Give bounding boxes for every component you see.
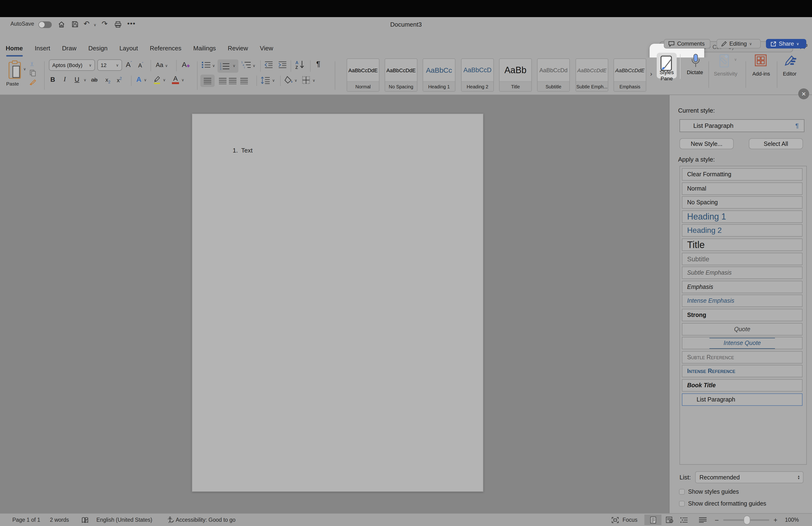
highlight-dropdown-icon[interactable]: ∨ [163, 78, 166, 82]
document-text[interactable]: Text [241, 147, 252, 154]
style-card-subtle-emphasis[interactable]: AaBbCcDdESubtle Emph... [576, 58, 608, 92]
tab-layout[interactable]: Layout [119, 45, 138, 52]
style-item-subtle-reference[interactable]: Subtle Reference [682, 351, 802, 364]
page-indicator[interactable]: Page 1 of 1 [12, 514, 40, 526]
language-indicator[interactable]: English (United States) [97, 514, 152, 526]
focus-label[interactable]: Focus [623, 514, 638, 526]
borders-dropdown-icon[interactable]: ∨ [313, 79, 315, 83]
print-layout-view-button[interactable] [644, 515, 662, 525]
multilevel-list-icon[interactable]: 1ai [241, 60, 251, 69]
stepper-icon[interactable]: ▲▼ [797, 475, 803, 480]
style-card-heading2[interactable]: AaBbCcDHeading 2 [461, 58, 494, 92]
tab-home[interactable]: Home [6, 45, 23, 52]
tab-insert[interactable]: Insert [35, 45, 50, 52]
underline-dropdown-icon[interactable]: ∨ [84, 78, 86, 82]
gallery-expand-icon[interactable]: › [650, 70, 652, 77]
bullets-icon[interactable] [202, 61, 211, 68]
tab-design[interactable]: Design [88, 45, 107, 52]
format-painter-icon[interactable] [29, 79, 37, 86]
proofing-icon[interactable] [82, 514, 88, 526]
borders-icon[interactable] [302, 76, 310, 84]
paste-dropdown-icon[interactable]: ∨ [23, 67, 26, 71]
show-direct-formatting-checkbox[interactable] [679, 501, 685, 507]
word-count[interactable]: 2 words [50, 514, 69, 526]
italic-button[interactable]: I [64, 75, 66, 83]
style-item-subtle-emphasis[interactable]: Subtle Emphasis [682, 267, 802, 279]
document-page[interactable]: 1. Text [192, 114, 483, 492]
style-card-no-spacing[interactable]: AaBbCcDdENo Spacing [385, 58, 417, 92]
shading-dropdown-icon[interactable]: ∨ [294, 79, 297, 83]
style-item-heading2[interactable]: Heading 2 [682, 224, 802, 237]
zoom-level[interactable]: 100% [785, 514, 799, 526]
accessibility-status[interactable]: Accessibility: Good to go [176, 514, 235, 526]
bullets-dropdown-icon[interactable]: ∨ [212, 64, 215, 68]
numbering-button-active[interactable]: 123 ∨ [217, 59, 238, 73]
zoom-in-icon[interactable]: + [773, 514, 777, 526]
style-item-intense-quote[interactable]: Intense Quote [682, 337, 802, 349]
grow-font-icon[interactable]: Aˆ [126, 60, 132, 68]
new-style-button[interactable]: New Style... [680, 138, 734, 149]
tab-draw[interactable]: Draw [62, 45, 76, 52]
style-item-title[interactable]: Title [682, 239, 802, 251]
style-item-list-paragraph[interactable]: List Paragraph [682, 394, 802, 406]
style-item-no-spacing[interactable]: No Spacing [682, 196, 802, 209]
line-spacing-dropdown-icon[interactable]: ∨ [272, 79, 275, 83]
show-marks-icon[interactable]: ¶ [316, 60, 320, 68]
zoom-out-icon[interactable]: − [715, 514, 719, 526]
superscript-button[interactable]: x2 [117, 76, 122, 84]
tab-review[interactable]: Review [228, 45, 248, 52]
focus-icon[interactable] [612, 514, 619, 526]
paste-icon[interactable] [7, 60, 22, 80]
share-button[interactable]: Share ∨ [766, 39, 806, 48]
show-styles-guides-checkbox[interactable] [679, 489, 685, 495]
copy-icon[interactable] [29, 69, 36, 76]
style-card-emphasis[interactable]: AaBbCcDdEEmphasis [613, 58, 646, 92]
underline-button[interactable]: U [75, 75, 79, 83]
strikethrough-button[interactable]: ab [91, 76, 98, 83]
bold-button[interactable]: B [50, 75, 55, 83]
close-pane-icon[interactable]: ✕ [798, 88, 809, 99]
list-filter-select[interactable]: Recommended ▲▼ [695, 471, 803, 483]
clear-formatting-icon[interactable]: A◆ [182, 60, 190, 68]
text-effects-icon[interactable]: A [136, 75, 142, 83]
style-item-subtitle[interactable]: Subtitle [682, 253, 802, 265]
style-item-heading1[interactable]: Heading 1 [682, 211, 802, 223]
editor-icon[interactable] [783, 54, 797, 67]
align-center-button[interactable] [219, 78, 227, 84]
font-color-dropdown-icon[interactable]: ∨ [182, 78, 184, 82]
tab-references[interactable]: References [150, 45, 182, 52]
style-card-title[interactable]: AaBbTitle [499, 58, 532, 92]
numbering-dropdown-icon[interactable]: ∨ [233, 64, 235, 68]
addins-icon[interactable] [755, 54, 767, 67]
style-item-quote[interactable]: Quote [682, 323, 802, 336]
text-effects-dropdown-icon[interactable]: ∨ [144, 78, 147, 82]
style-item-emphasis[interactable]: Emphasis [682, 281, 802, 293]
document-canvas[interactable]: 1. Text [0, 95, 669, 513]
style-item-intense-emphasis[interactable]: Intense Emphasis [682, 295, 802, 307]
font-name-select[interactable]: Aptos (Body)∨ [49, 59, 95, 71]
style-card-heading1[interactable]: AaBbCcHeading 1 [423, 58, 455, 92]
style-item-strong[interactable]: Strong [682, 309, 802, 321]
style-item-clear-formatting[interactable]: Clear Formatting [682, 168, 802, 181]
decrease-indent-icon[interactable] [264, 61, 273, 68]
cut-icon[interactable]: ✂ [29, 61, 35, 67]
font-size-select[interactable]: 12∨ [97, 59, 122, 71]
select-all-button[interactable]: Select All [749, 138, 803, 149]
style-item-book-title[interactable]: Book Title [682, 379, 802, 392]
draft-view-button[interactable] [699, 514, 707, 526]
multilevel-dropdown-icon[interactable]: ∨ [252, 64, 256, 68]
current-style-box[interactable]: List Paragraph ¶ [680, 119, 804, 132]
zoom-slider-knob[interactable] [744, 515, 750, 525]
style-item-intense-reference[interactable]: Intense Reference [682, 365, 802, 377]
tab-mailings[interactable]: Mailings [193, 45, 216, 52]
dictate-icon[interactable] [691, 54, 700, 70]
align-right-button[interactable] [229, 78, 236, 84]
line-spacing-icon[interactable] [261, 76, 270, 84]
align-left-button-active[interactable] [200, 75, 215, 87]
tab-view[interactable]: View [260, 45, 273, 52]
editing-button[interactable]: Editing ∨ [716, 39, 761, 48]
outline-view-button[interactable] [680, 514, 688, 526]
justify-button[interactable] [240, 78, 248, 84]
style-card-subtitle[interactable]: AaBbCcDdSubtitle [537, 58, 570, 92]
style-item-normal[interactable]: Normal [682, 183, 802, 195]
